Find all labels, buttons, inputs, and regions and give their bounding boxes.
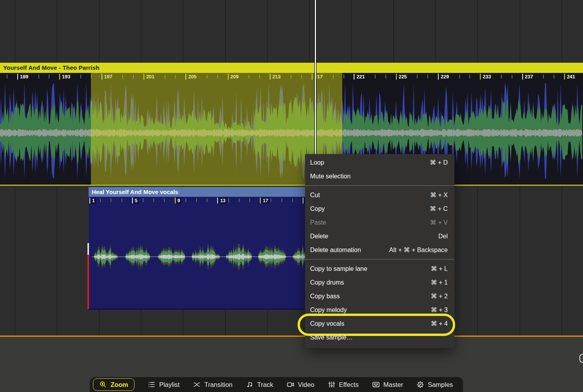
menu-item-label: Copy vocals xyxy=(310,320,344,327)
tab-transition[interactable]: Transition xyxy=(193,381,232,388)
main-track-waveform-region[interactable]: 1891931972012052092132172212252292332372… xyxy=(0,73,583,186)
ruler-major-tick xyxy=(132,198,133,203)
tab-playlist[interactable]: Playlist xyxy=(148,381,180,388)
ruler-minor-tick xyxy=(375,74,376,78)
menu-item-copy-vocals[interactable]: Copy vocals⌘ + 4 xyxy=(305,317,454,330)
gear-note-icon xyxy=(416,381,424,388)
menu-item-shortcut: ⌘ + D xyxy=(430,159,448,166)
ruler-major-tick xyxy=(89,198,90,203)
ruler-major-tick xyxy=(59,74,60,80)
ruler-major-tick xyxy=(260,198,261,203)
ruler-minor-tick xyxy=(185,198,186,202)
tab-track[interactable]: Track xyxy=(246,381,273,388)
menu-item-cut[interactable]: Cut⌘ + X xyxy=(305,188,454,202)
master-face-icon xyxy=(372,381,380,388)
ruler-minor-tick xyxy=(343,74,344,78)
ruler-minor-tick xyxy=(49,74,49,78)
edge-partial-glyph-icon xyxy=(579,354,583,363)
tab-master[interactable]: Master xyxy=(372,381,403,388)
ruler-major-tick xyxy=(396,74,397,80)
ruler-major-tick xyxy=(354,74,354,80)
menu-item-shortcut: ⌘ + 2 xyxy=(431,292,448,300)
menu-item-save-sample[interactable]: Save sample… xyxy=(305,330,454,344)
ruler-minor-tick xyxy=(271,198,271,202)
ruler-minor-tick xyxy=(80,74,81,78)
menu-item-label: Loop xyxy=(310,159,324,166)
tab-label: Playlist xyxy=(159,381,180,388)
menu-item-label: Save sample… xyxy=(310,334,353,341)
daw-app: Yourself And Move - Theo Parrish 1891931… xyxy=(0,0,583,392)
menu-item-label: Copy drums xyxy=(310,279,344,286)
ruler-minor-tick xyxy=(38,74,39,78)
tab-label: Transition xyxy=(204,381,232,388)
tab-label: Video xyxy=(298,381,314,388)
menu-item-mute-selection[interactable]: Mute selection xyxy=(305,169,454,183)
menu-item-label: Delete automation xyxy=(310,247,361,254)
menu-item-copy-bass[interactable]: Copy bass⌘ + 2 xyxy=(305,289,454,303)
ruler-major-tick xyxy=(438,74,439,80)
menu-item-paste[interactable]: Paste⌘ + V xyxy=(305,216,454,229)
tab-zoom[interactable]: Zoom xyxy=(93,378,134,391)
ruler-major-tick xyxy=(522,74,523,80)
menu-item-label: Copy bass xyxy=(310,293,340,300)
menu-item-label: Copy melody xyxy=(310,307,347,314)
ruler-minor-tick xyxy=(7,74,7,78)
ruler-minor-tick xyxy=(459,74,460,78)
context-menu: Loop⌘ + DMute selectionCut⌘ + XCopy⌘ + C… xyxy=(305,154,454,348)
menu-item-shortcut: ⌘ + C xyxy=(430,205,448,212)
ruler-minor-tick xyxy=(417,74,418,78)
ruler-label: 13 xyxy=(219,198,227,204)
ruler-minor-tick xyxy=(153,198,154,202)
tab-label: Effects xyxy=(339,381,359,388)
menu-item-label: Copy xyxy=(310,205,325,212)
menu-item-shortcut: ⌘ + X xyxy=(430,191,448,199)
menu-item-shortcut: Alt + ⌘ + Backspace xyxy=(389,246,448,254)
ruler-minor-tick xyxy=(239,198,240,202)
ruler-minor-tick xyxy=(249,198,250,202)
menu-item-copy-to-sample-lane[interactable]: Copy to sample lane⌘ + L xyxy=(305,262,454,276)
menu-item-copy-melody[interactable]: Copy melody⌘ + 3 xyxy=(305,303,454,317)
ruler-minor-tick xyxy=(543,74,544,78)
menu-item-label: Delete xyxy=(310,233,328,240)
clip-edge-marker xyxy=(87,243,89,255)
menu-item-loop[interactable]: Loop⌘ + D xyxy=(305,156,454,169)
ruler-label: 229 xyxy=(440,74,450,80)
ruler-major-tick xyxy=(564,74,565,80)
main-track-title-bar[interactable]: Yourself And Move - Theo Parrish xyxy=(0,63,583,73)
vocals-clip-title: Heal Yourself And Move vocals xyxy=(92,189,178,195)
menu-item-shortcut: ⌘ + 4 xyxy=(431,320,448,327)
ruler-minor-tick xyxy=(228,198,229,202)
ruler-minor-tick xyxy=(427,74,428,78)
tab-effects[interactable]: Effects xyxy=(328,381,359,388)
menu-item-copy-drums[interactable]: Copy drums⌘ + 1 xyxy=(305,276,454,289)
menu-item-delete[interactable]: DeleteDel xyxy=(305,229,454,243)
ruler-minor-tick xyxy=(164,198,165,202)
menu-item-delete-automation[interactable]: Delete automationAlt + ⌘ + Backspace xyxy=(305,243,454,257)
ruler-label: 17 xyxy=(262,198,269,204)
video-camera-icon xyxy=(287,381,294,388)
menu-item-copy[interactable]: Copy⌘ + C xyxy=(305,202,454,216)
zoom-plus-icon xyxy=(99,381,107,388)
ruler-label: 241 xyxy=(566,74,576,80)
ruler-minor-tick xyxy=(207,198,207,202)
tab-video[interactable]: Video xyxy=(287,381,314,388)
menu-separator xyxy=(305,259,454,260)
menu-item-label: Copy to sample lane xyxy=(310,265,367,272)
music-note-icon xyxy=(246,381,254,388)
ruler-label: 237 xyxy=(524,74,534,80)
menu-item-shortcut: Del xyxy=(438,233,448,240)
ruler-major-tick xyxy=(303,198,303,203)
tab-label: Master xyxy=(383,381,403,388)
menu-item-label: Paste xyxy=(310,219,326,226)
menu-item-shortcut: ⌘ + 3 xyxy=(431,306,448,314)
menu-item-shortcut: ⌘ + V xyxy=(430,219,448,226)
tab-label: Zoom xyxy=(111,381,128,388)
menu-item-shortcut: ⌘ + L xyxy=(431,265,448,272)
main-track-title: Yourself And Move - Theo Parrish xyxy=(3,64,100,71)
tab-label: Track xyxy=(257,381,273,388)
ruler-minor-tick xyxy=(501,74,502,78)
ruler-minor-tick xyxy=(282,198,282,202)
tab-samples[interactable]: Samples xyxy=(416,381,453,388)
time-selection[interactable] xyxy=(91,73,342,186)
ruler-minor-tick xyxy=(469,74,470,78)
